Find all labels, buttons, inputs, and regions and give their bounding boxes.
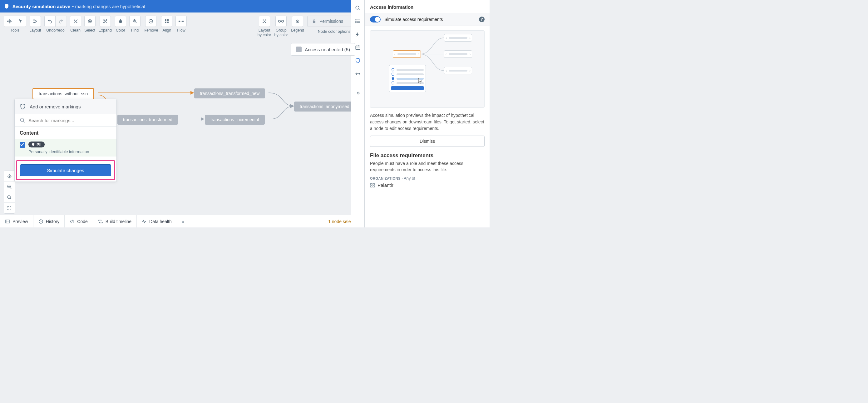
- tab-build-timeline-label: Build timeline: [105, 219, 131, 224]
- flow-button[interactable]: [176, 16, 187, 27]
- zoom-in-button[interactable]: [4, 181, 15, 192]
- tab-history[interactable]: History: [33, 215, 65, 227]
- legend-button[interactable]: [292, 16, 303, 27]
- chevron-double-up-icon: [181, 219, 185, 224]
- node-transactions-transformed-new[interactable]: transactions_transformed_new: [194, 88, 265, 98]
- svg-point-7: [103, 22, 104, 23]
- color-label: Color: [116, 28, 125, 33]
- group-by-color-button[interactable]: [275, 16, 287, 27]
- svg-point-20: [265, 22, 266, 23]
- find-button[interactable]: [129, 16, 141, 27]
- simulate-toggle[interactable]: [370, 16, 381, 23]
- bottom-bar: Preview History Code Build timeline Data…: [0, 215, 365, 227]
- pii-checkbox[interactable]: [20, 142, 25, 148]
- svg-rect-40: [371, 183, 372, 185]
- history-icon: [38, 219, 43, 224]
- svg-point-36: [355, 19, 356, 20]
- tab-data-health[interactable]: Data health: [137, 215, 177, 227]
- org-name: Palantir: [377, 182, 394, 188]
- zoom-out-button[interactable]: [4, 192, 15, 203]
- simulate-toggle-label: Simulate access requirements: [384, 17, 475, 22]
- rail-security-button[interactable]: [352, 55, 364, 66]
- help-icon[interactable]: ?: [479, 17, 485, 22]
- find-label: Find: [131, 28, 138, 33]
- remove-button[interactable]: [145, 16, 156, 27]
- illustration-node: ‹›: [444, 34, 472, 41]
- svg-point-19: [262, 22, 264, 23]
- topbar-title: Security simulation active: [12, 4, 70, 9]
- markings-search-input[interactable]: [28, 118, 112, 123]
- toolbar: Tools Layout Undo/redo Clean Select Expa…: [0, 12, 365, 41]
- shield-icon: [4, 3, 9, 9]
- rail-search-button[interactable]: [352, 2, 364, 14]
- tab-build-timeline[interactable]: Build timeline: [93, 215, 137, 227]
- expand-button[interactable]: [100, 16, 111, 27]
- pii-label: PII: [36, 142, 41, 147]
- svg-rect-42: [371, 185, 372, 187]
- file-access-title: File access requirements: [365, 152, 490, 159]
- dismiss-button[interactable]: Dismiss: [370, 136, 485, 147]
- layout-button[interactable]: [30, 16, 41, 27]
- undoredo-label: Undo/redo: [46, 28, 64, 33]
- tools-label: Tools: [10, 28, 19, 33]
- expand-panel-button[interactable]: [177, 215, 189, 227]
- align-label: Align: [163, 28, 172, 33]
- svg-point-18: [265, 19, 266, 20]
- timeline-icon: [98, 219, 103, 224]
- access-unaffected-badge[interactable]: Access unaffected (5): [291, 43, 355, 56]
- clean-button[interactable]: [70, 16, 81, 27]
- shield-solid-icon: [32, 143, 35, 146]
- rail-compare-button[interactable]: [352, 68, 364, 79]
- marking-item-pii[interactable]: PII Personally identifiable information: [15, 139, 117, 156]
- simulation-description: Access simulation previews the impact of…: [365, 111, 490, 136]
- redo-button[interactable]: [56, 16, 67, 27]
- svg-rect-34: [99, 222, 102, 223]
- rail-list-button[interactable]: [352, 16, 364, 27]
- locate-button[interactable]: [4, 171, 15, 181]
- illustration-node: ‹›: [444, 50, 472, 58]
- orgs-any-text: · Any of: [401, 176, 415, 180]
- svg-point-8: [106, 22, 107, 23]
- group-by-color-label: Group by color: [274, 28, 288, 37]
- tab-code[interactable]: Code: [65, 215, 93, 227]
- select-button[interactable]: [84, 16, 96, 27]
- lock-icon: [312, 19, 316, 23]
- move-tool[interactable]: [4, 16, 15, 27]
- svg-point-17: [262, 19, 264, 20]
- graph-area: Tools Layout Undo/redo Clean Select Expa…: [0, 12, 365, 215]
- layout-by-color-label: Layout by color: [257, 28, 271, 37]
- popup-footer-highlight: Simulate changes: [16, 160, 115, 180]
- node-transactions-without-ssn[interactable]: transactions_without_ssn: [32, 88, 94, 99]
- fullscreen-button[interactable]: [4, 203, 15, 213]
- simulate-changes-button[interactable]: Simulate changes: [20, 164, 111, 176]
- svg-rect-13: [165, 22, 166, 23]
- node-transactions-transformed[interactable]: transactions_transformed: [117, 115, 178, 125]
- svg-point-16: [183, 21, 184, 22]
- simulate-toggle-row: Simulate access requirements ?: [365, 13, 490, 26]
- svg-point-37: [355, 21, 356, 22]
- pii-description: Personally identifiable information: [28, 149, 89, 154]
- panel-title: Access information: [365, 0, 490, 13]
- tab-preview[interactable]: Preview: [0, 215, 33, 227]
- align-button[interactable]: [161, 16, 172, 27]
- pulse-icon: [142, 219, 147, 224]
- topbar-subtitle: • marking changes are hypothetical: [72, 4, 145, 9]
- zoom-tools: [4, 171, 15, 214]
- legend-label: Legend: [291, 28, 304, 33]
- svg-point-27: [20, 118, 24, 121]
- undo-button[interactable]: [44, 16, 56, 27]
- tab-data-health-label: Data health: [149, 219, 172, 224]
- access-info-panel: Access information Simulate access requi…: [365, 0, 490, 227]
- clean-label: Clean: [70, 28, 81, 33]
- markings-popup: Add or remove markings Content PII Perso…: [14, 99, 117, 182]
- expand-label: Expand: [99, 28, 112, 33]
- orgs-section-label: ORGANIZATIONS · Any of: [365, 176, 490, 180]
- layout-by-color-button[interactable]: [259, 16, 270, 27]
- color-button[interactable]: [115, 16, 126, 27]
- rail-build-button[interactable]: [352, 29, 364, 40]
- node-transactions-incremental[interactable]: transactions_incremental: [205, 115, 265, 125]
- pointer-tool[interactable]: [15, 16, 26, 27]
- illustration-node: ‹›: [444, 67, 472, 74]
- node-transactions-anonymised[interactable]: transactions_anonymised: [294, 102, 355, 112]
- rail-collapse-button[interactable]: [352, 87, 364, 99]
